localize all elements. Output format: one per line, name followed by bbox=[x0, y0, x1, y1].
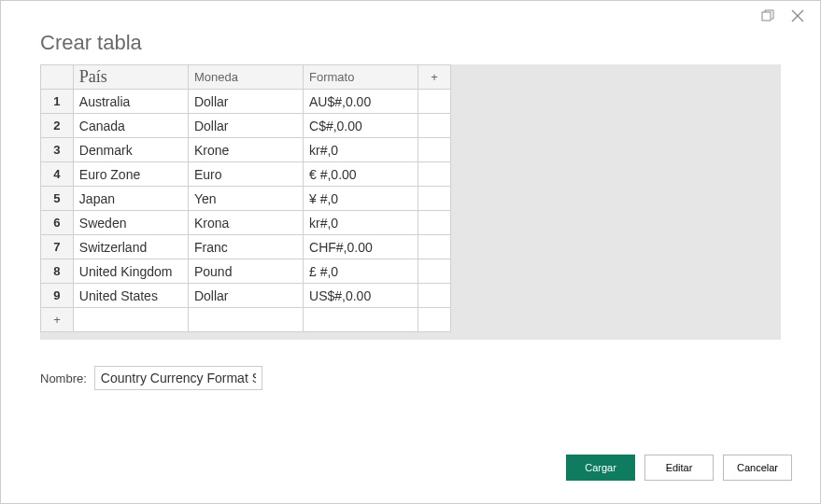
table-row: 1AustraliaDollarAU$#,0.00 bbox=[41, 90, 451, 114]
table-row: 9United StatesDollarUS$#,0.00 bbox=[41, 284, 451, 308]
add-row: + bbox=[41, 308, 451, 332]
cell-extra[interactable] bbox=[418, 187, 451, 211]
cell-extra[interactable] bbox=[418, 259, 451, 284]
add-column-button[interactable]: + bbox=[418, 65, 451, 90]
close-button[interactable] bbox=[783, 1, 813, 31]
edit-button[interactable]: Editar bbox=[644, 455, 714, 481]
cell[interactable]: Canada bbox=[73, 114, 188, 138]
name-label: Nombre: bbox=[40, 371, 87, 385]
data-grid-body: 1AustraliaDollarAU$#,0.002CanadaDollarC$… bbox=[41, 90, 451, 332]
column-header-formato[interactable]: Formato bbox=[304, 65, 418, 90]
cell[interactable]: United States bbox=[73, 284, 188, 308]
cell-empty[interactable] bbox=[418, 308, 451, 332]
cell[interactable]: C$#,0.00 bbox=[304, 114, 418, 138]
cell[interactable]: Dollar bbox=[188, 90, 303, 114]
table-row: 4Euro ZoneEuro€ #,0.00 bbox=[41, 162, 451, 187]
data-grid[interactable]: País Moneda Formato + 1AustraliaDollarAU… bbox=[40, 64, 451, 332]
cell[interactable]: Switzerland bbox=[73, 235, 188, 259]
cancel-button[interactable]: Cancelar bbox=[723, 455, 792, 481]
row-header[interactable]: 1 bbox=[41, 90, 74, 114]
table-row: 5JapanYen¥ #,0 bbox=[41, 187, 451, 211]
name-input[interactable] bbox=[94, 366, 262, 390]
cell[interactable]: Pound bbox=[188, 259, 303, 284]
row-header[interactable]: 6 bbox=[41, 211, 74, 235]
cell[interactable]: € #,0.00 bbox=[304, 162, 418, 187]
row-header[interactable]: 5 bbox=[41, 187, 74, 211]
table-row: 2CanadaDollarC$#,0.00 bbox=[41, 114, 451, 138]
cell-extra[interactable] bbox=[418, 114, 451, 138]
cell[interactable]: Sweden bbox=[73, 211, 188, 235]
cell[interactable]: US$#,0.00 bbox=[304, 284, 418, 308]
row-header[interactable]: 8 bbox=[41, 259, 74, 284]
restore-button[interactable] bbox=[753, 1, 783, 31]
row-header[interactable]: 3 bbox=[41, 138, 74, 162]
cell[interactable]: Denmark bbox=[73, 138, 188, 162]
row-header[interactable]: 9 bbox=[41, 284, 74, 308]
cell[interactable]: Yen bbox=[188, 187, 303, 211]
cell[interactable]: ¥ #,0 bbox=[304, 187, 418, 211]
column-header-moneda[interactable]: Moneda bbox=[188, 65, 303, 90]
cell[interactable]: Franc bbox=[188, 235, 303, 259]
cell[interactable]: Krona bbox=[188, 211, 303, 235]
row-header[interactable]: 4 bbox=[41, 162, 74, 187]
row-header[interactable]: 2 bbox=[41, 114, 74, 138]
cell[interactable]: Dollar bbox=[188, 284, 303, 308]
table-row: 3DenmarkKronekr#,0 bbox=[41, 138, 451, 162]
row-header[interactable]: 7 bbox=[41, 235, 74, 259]
table-row: 8United KingdomPound£ #,0 bbox=[41, 259, 451, 284]
cell-extra[interactable] bbox=[418, 284, 451, 308]
cell[interactable]: CHF#,0.00 bbox=[304, 235, 418, 259]
cell-extra[interactable] bbox=[418, 138, 451, 162]
titlebar bbox=[1, 1, 820, 31]
create-table-dialog: Crear tabla País Moneda Formato + 1Austr… bbox=[0, 0, 821, 504]
svg-rect-0 bbox=[762, 12, 771, 21]
close-icon bbox=[791, 9, 804, 22]
cell[interactable]: kr#,0 bbox=[304, 138, 418, 162]
cell-extra[interactable] bbox=[418, 211, 451, 235]
cell[interactable]: Australia bbox=[73, 90, 188, 114]
cell-empty[interactable] bbox=[73, 308, 188, 332]
header-row: País Moneda Formato + bbox=[41, 65, 451, 90]
cell-extra[interactable] bbox=[418, 90, 451, 114]
load-button[interactable]: Cargar bbox=[566, 455, 635, 481]
cell[interactable]: United Kingdom bbox=[73, 259, 188, 284]
cell[interactable]: £ #,0 bbox=[304, 259, 418, 284]
dialog-title: Crear tabla bbox=[1, 31, 820, 64]
data-grid-container: País Moneda Formato + 1AustraliaDollarAU… bbox=[40, 64, 781, 340]
cell[interactable]: kr#,0 bbox=[304, 211, 418, 235]
cell-empty[interactable] bbox=[188, 308, 303, 332]
cell-extra[interactable] bbox=[418, 162, 451, 187]
restore-icon bbox=[761, 9, 774, 22]
cell[interactable]: Krone bbox=[188, 138, 303, 162]
add-row-button[interactable]: + bbox=[41, 308, 74, 332]
dialog-footer: Cargar Editar Cancelar bbox=[1, 436, 820, 503]
cell-empty[interactable] bbox=[304, 308, 418, 332]
cell[interactable]: Euro bbox=[188, 162, 303, 187]
name-row: Nombre: bbox=[40, 366, 781, 390]
cell-extra[interactable] bbox=[418, 235, 451, 259]
table-row: 7SwitzerlandFrancCHF#,0.00 bbox=[41, 235, 451, 259]
cell[interactable]: Euro Zone bbox=[73, 162, 188, 187]
cell[interactable]: Japan bbox=[73, 187, 188, 211]
cell[interactable]: Dollar bbox=[188, 114, 303, 138]
table-row: 6SwedenKronakr#,0 bbox=[41, 211, 451, 235]
header-corner bbox=[41, 65, 74, 90]
cell[interactable]: AU$#,0.00 bbox=[304, 90, 418, 114]
dialog-content: País Moneda Formato + 1AustraliaDollarAU… bbox=[1, 64, 820, 436]
column-header-pais[interactable]: País bbox=[73, 65, 188, 90]
